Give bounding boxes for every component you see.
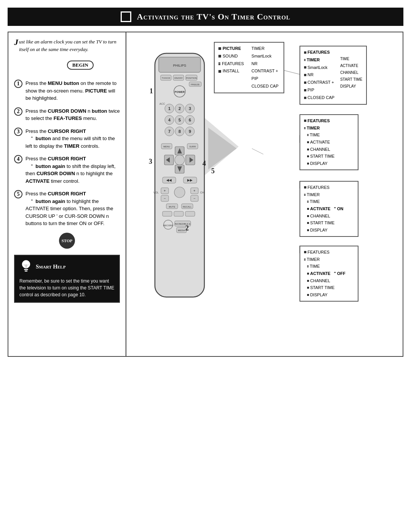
m4-channel: CHANNEL: [304, 212, 354, 220]
step-5-number: 5: [14, 190, 22, 198]
svg-text:POWER: POWER: [175, 91, 185, 93]
smart-help-header: Smart Help: [19, 259, 115, 275]
svg-text:CH: CH: [200, 191, 204, 194]
svg-rect-73: [162, 211, 172, 216]
svg-text:VOL: VOL: [153, 191, 159, 194]
step-5-text: Press the CURSOR RIGHT " button again to…: [25, 190, 120, 227]
svg-text:3: 3: [189, 106, 191, 111]
top-buttons: TV/VCR ON/OFF POSITION: [161, 75, 197, 80]
menu-bullet-double: [218, 62, 220, 65]
lightbulb-icon: [19, 259, 33, 275]
menu-item-picture: PICTURE: [218, 45, 244, 53]
remote-svg: PHILIPS TV/VCR ON/OFF POSITION FREEZE: [143, 51, 216, 318]
svg-point-49: [175, 155, 185, 165]
svg-text:▶▶: ▶▶: [187, 178, 193, 182]
smart-help-text: Remember, be sure to set the time you wa…: [19, 278, 115, 298]
svg-text:1: 1: [168, 106, 170, 111]
svg-text:2: 2: [178, 106, 181, 111]
begin-badge: BEGIN: [67, 61, 94, 70]
m3-activate: ACTIVATE: [304, 139, 354, 146]
smart-help-title: Smart Help: [36, 264, 65, 270]
menu2-col-left: FEATURES TIMER SmartLock: [304, 49, 335, 102]
svg-line-8: [252, 149, 263, 154]
m4-features: FEATURES: [304, 184, 354, 191]
left-panel: Just like an alarm clock you can set the…: [8, 32, 126, 356]
step-3-number: 3: [14, 128, 22, 136]
svg-text:RECORD: RECORD: [163, 224, 174, 227]
svg-text:4: 4: [168, 118, 171, 122]
menu-screen-3: FEATURES TIMER TIME: [299, 114, 358, 170]
m4-display: DISPLAY: [304, 227, 354, 234]
svg-text:5: 5: [211, 167, 215, 175]
menu2-nr: NR: [304, 71, 335, 79]
svg-text:FREEZE: FREEZE: [191, 83, 200, 86]
svg-rect-74: [174, 211, 183, 216]
step-4-text: Press the CURSOR RIGHT " button again to…: [25, 155, 120, 185]
step-4-number: 4: [14, 155, 22, 163]
menu2-contrast: CONTRAST +: [304, 79, 335, 86]
svg-text:◀◀: ◀◀: [166, 178, 172, 182]
svg-text:7: 7: [168, 129, 170, 134]
svg-rect-2: [25, 270, 27, 271]
step-2: 2 Press the CURSOR DOWN n button twice t…: [14, 107, 120, 122]
menu2-closedcap: CLOSED CAP: [304, 94, 335, 102]
svg-text:4: 4: [202, 160, 206, 167]
step-5: 5 Press the CURSOR RIGHT " button again …: [14, 190, 120, 227]
m5-channel: CHANNEL: [304, 277, 354, 284]
step-3: 3 Press the CURSOR RIGHT " button and th…: [14, 128, 120, 150]
svg-rect-1: [24, 269, 28, 270]
svg-text:MEDIA: MEDIA: [178, 229, 185, 232]
menu2-activate: ACTIVATE: [340, 62, 362, 69]
smart-help-box: Smart Help Remember, be sure to set the …: [14, 255, 120, 303]
svg-text:−: −: [193, 197, 195, 200]
remote-control: PHILIPS TV/VCR ON/OFF POSITION FREEZE: [143, 51, 216, 319]
m4-time: TIME: [304, 198, 354, 205]
page-header: Activating the TV's On Timer Control: [8, 8, 403, 26]
m3-timer: TIMER: [304, 125, 354, 132]
right-panel: PICTURE SOUND FEATURES: [126, 32, 403, 356]
step-3-text: Press the CURSOR RIGHT " button and the …: [25, 128, 120, 150]
svg-text:−: −: [164, 197, 166, 200]
m5-time: TIME: [304, 263, 354, 270]
m3-features: FEATURES: [304, 117, 354, 125]
menu-item-pip: PIP: [252, 75, 279, 83]
menu2-time: TIME: [340, 56, 362, 62]
svg-text:POSITION: POSITION: [186, 77, 197, 79]
menu2-starttime: START TIME: [340, 76, 362, 83]
svg-text:RECALL: RECALL: [183, 206, 192, 208]
menu2-pip: PIP: [304, 86, 335, 94]
m5-starttime: START TIME: [304, 284, 354, 291]
menu-screen-5: FEATURES TIMER TIME: [299, 246, 358, 302]
svg-text:8: 8: [178, 129, 181, 134]
menu2-display: DISPLAY: [340, 83, 362, 90]
m5-display: DISPLAY: [304, 291, 354, 299]
step-1-number: 1: [14, 80, 22, 88]
menu-item-closedcap: CLOSED CAP: [252, 83, 279, 90]
m4-timer: TIMER: [304, 191, 354, 198]
stop-badge-label: STOP: [62, 238, 73, 243]
m5-timer: TIMER: [304, 256, 354, 263]
menu-screen-1: PICTURE SOUND FEATURES: [214, 42, 284, 93]
bottom-space: [8, 357, 403, 502]
step-4: 4 Press the CURSOR RIGHT " button again …: [14, 155, 120, 185]
m5-activate: ACTIVATE " OFF: [304, 270, 354, 277]
m3-display: DISPLAY: [304, 160, 354, 167]
menu-bullet: [218, 55, 221, 58]
m4-starttime: START TIME: [304, 219, 354, 227]
menu2-features: FEATURES: [304, 49, 335, 56]
menu-screen-2: FEATURES TIMER SmartLock: [299, 46, 367, 105]
svg-text:SURR: SURR: [189, 145, 196, 148]
menu2-timer: TIMER: [304, 56, 335, 64]
svg-text:TV/VCR: TV/VCR: [162, 77, 170, 79]
svg-text:ON/OFF: ON/OFF: [174, 77, 183, 79]
step-2-text: Press the CURSOR DOWN n button twice to …: [25, 107, 120, 122]
m3-time: TIME: [304, 131, 354, 139]
svg-text:PHILIPS: PHILIPS: [173, 64, 186, 67]
step-1-text: Press the MENU button on the remote to s…: [25, 80, 120, 102]
main-content: Just like an alarm clock you can set the…: [8, 32, 403, 357]
page-title: Activating the TV's On Timer Control: [137, 12, 290, 22]
svg-point-68: [174, 187, 185, 198]
drop-cap: J: [14, 38, 18, 46]
svg-text:MUTE: MUTE: [169, 206, 175, 208]
svg-text:ACC: ACC: [159, 102, 165, 105]
